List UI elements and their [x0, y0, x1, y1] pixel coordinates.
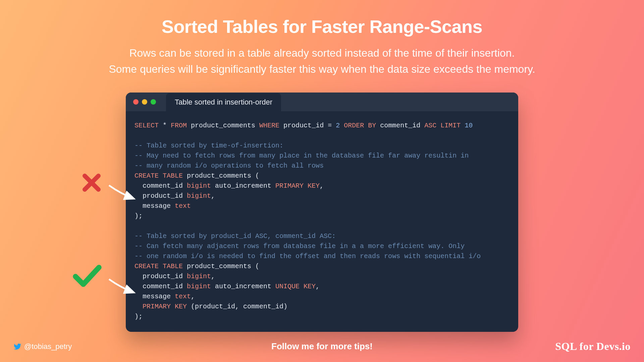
code-token: PRIMARY KEY [143, 303, 187, 310]
code-token: (product_id, comment_id) [187, 303, 287, 310]
code-token: bigint [187, 283, 211, 290]
subtitle-line-2: Some queries will be significantly faste… [109, 63, 535, 75]
cross-icon [80, 171, 103, 196]
code-token: product_comments ( [183, 172, 259, 180]
code-token: product_id [135, 192, 187, 200]
code-token: auto_increment [211, 182, 275, 190]
code-token: CREATE TABLE [135, 262, 183, 270]
close-dot-icon [133, 99, 139, 105]
code-token [340, 122, 344, 129]
twitter-icon [13, 343, 21, 351]
code-token: , [211, 273, 215, 280]
code-token: ORDER BY [344, 122, 376, 129]
code-token: PRIMARY KEY [275, 182, 320, 190]
code-token: product_comments ( [183, 262, 259, 270]
code-token: comment_id [135, 283, 187, 290]
code-token: ); [135, 212, 143, 220]
code-comment: -- Table sorted by product_id ASC, comme… [135, 232, 336, 240]
code-token: bigint [187, 182, 211, 190]
check-icon [70, 263, 104, 288]
code-token: , [316, 283, 320, 290]
code-body: SELECT * FROM product_comments WHERE pro… [126, 111, 518, 332]
code-token: CREATE TABLE [135, 172, 183, 180]
code-token: text [175, 293, 191, 300]
arrow-icon [107, 184, 141, 205]
footer: @tobias_petry Follow me for more tips! S… [0, 340, 644, 353]
subtitle-line-1: Rows can be stored in a table already so… [129, 47, 515, 59]
arrow-icon [107, 278, 141, 299]
code-token [461, 122, 465, 129]
code-token: , [191, 293, 195, 300]
code-token: text [175, 202, 191, 210]
code-token: * [159, 122, 171, 129]
code-token: comment_id [376, 122, 424, 129]
code-token: WHERE [259, 122, 279, 129]
code-comment: -- May need to fetch rows from many plac… [135, 152, 469, 160]
code-token: = [328, 122, 336, 129]
code-token: product_id [279, 122, 328, 129]
code-token: product_id [135, 273, 187, 280]
code-comment: -- Table sorted by time-of-insertion: [135, 142, 283, 149]
code-token: UNIQUE KEY [275, 283, 316, 290]
page-subtitle: Rows can be stored in a table already so… [0, 45, 644, 77]
code-token: auto_increment [211, 283, 275, 290]
minimize-dot-icon [142, 99, 147, 105]
code-token: bigint [187, 273, 211, 280]
code-window: Table sorted in insertion-order SELECT *… [126, 93, 518, 332]
code-token: bigint [187, 192, 211, 200]
code-token: SELECT [135, 122, 159, 129]
code-token: 10 [465, 122, 473, 129]
code-token: , [320, 182, 324, 190]
code-token: comment_id [135, 182, 187, 190]
window-chrome: Table sorted in insertion-order [126, 93, 518, 111]
traffic-lights [133, 99, 156, 105]
twitter-handle: @tobias_petry [13, 342, 72, 351]
code-token: product_comments [187, 122, 259, 129]
code-token [135, 303, 143, 310]
handle-text: @tobias_petry [24, 342, 72, 351]
code-token: , [211, 192, 215, 200]
code-comment: -- many random i/o operations to fetch a… [135, 162, 324, 170]
code-token: FROM [171, 122, 187, 129]
page-title: Sorted Tables for Faster Range-Scans [0, 0, 644, 37]
code-token: ); [135, 313, 143, 320]
brand-text: SQL for Devs.io [555, 340, 631, 353]
code-comment: -- one random i/o is needed to find the … [135, 252, 481, 260]
maximize-dot-icon [151, 99, 156, 105]
code-token: ASC LIMIT [424, 122, 461, 129]
code-comment: -- Can fetch many adjacent rows from dat… [135, 242, 465, 250]
code-token: 2 [336, 122, 340, 129]
window-tab: Table sorted in insertion-order [166, 93, 281, 111]
follow-cta: Follow me for more tips! [271, 341, 373, 352]
